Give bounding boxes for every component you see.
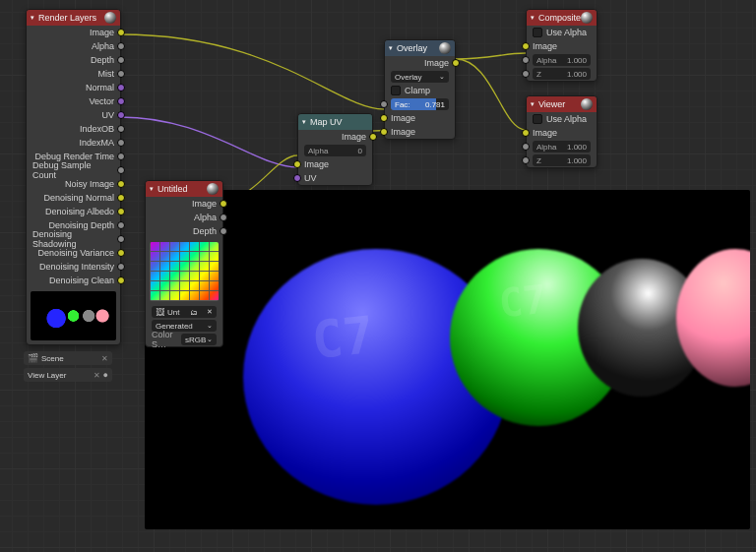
node-composite[interactable]: ▾ Composite Use Alpha Image Alpha1.000 Z…	[526, 9, 598, 82]
collapse-icon[interactable]: ▾	[302, 118, 306, 126]
socket-denoising-shadowing: Denoising Shadowing	[27, 232, 120, 246]
uv-stamp: C7	[497, 276, 549, 327]
use-alpha-checkbox[interactable]: Use Alpha	[527, 26, 597, 39]
node-title: Untitled	[158, 184, 188, 194]
node-title: Map UV	[310, 117, 343, 127]
image-preview	[150, 242, 219, 301]
chevron-down-icon: ⌄	[439, 73, 445, 81]
render-preview	[31, 291, 116, 340]
image-icon: 🖼	[156, 307, 164, 317]
blend-mode-select[interactable]: Overlay⌄	[385, 70, 455, 84]
collapse-icon[interactable]: ▾	[31, 14, 34, 22]
socket-image: Image	[27, 26, 120, 39]
socket-depth: Depth	[27, 53, 120, 67]
socket-uv-in: UV	[298, 171, 372, 185]
node-header[interactable]: ▾ Overlay	[385, 40, 455, 56]
socket-image-in: Image	[527, 126, 597, 140]
preview-sphere-icon	[104, 12, 116, 24]
preview-sphere-icon	[207, 183, 219, 195]
node-header[interactable]: ▾ Render Layers	[27, 10, 120, 26]
socket-denoising-clean: Denoising Clean	[27, 274, 120, 287]
node-map-uv[interactable]: ▾ Map UV Image Alpha0 Image UV	[297, 113, 373, 186]
alpha-slider[interactable]: Alpha0	[298, 144, 372, 157]
socket-denoising-normal: Denoising Normal	[27, 191, 120, 205]
node-header[interactable]: ▾ Composite	[527, 10, 597, 26]
view-layer-selector[interactable]: View Layer ✕ ●	[24, 368, 112, 382]
uv-stamp: C7	[309, 305, 377, 370]
scene-layer-pickers: 🎬 Scene ✕ View Layer ✕ ●	[24, 351, 112, 385]
chevron-down-icon: ⌄	[207, 322, 213, 330]
socket-image-in: Image	[527, 39, 597, 53]
socket-image-out: Image	[298, 130, 372, 144]
socket-alpha: Alpha	[146, 211, 222, 224]
fake-user-icon[interactable]: 🗂	[190, 309, 197, 316]
view-layer-name: View Layer	[28, 371, 66, 380]
socket-vector: Vector	[27, 94, 120, 108]
scene-name: Scene	[41, 354, 64, 363]
node-header[interactable]: ▾ Viewer	[527, 96, 597, 112]
node-header[interactable]: ▾ Untitled	[146, 181, 222, 197]
checkbox-icon[interactable]	[533, 114, 542, 124]
collapse-icon[interactable]: ▾	[150, 185, 154, 193]
checkbox-icon[interactable]	[391, 86, 401, 95]
collapse-icon[interactable]: ▾	[531, 100, 535, 108]
chevron-down-icon: ⌄	[207, 336, 213, 343]
socket-alpha-in[interactable]: Alpha1.000	[527, 140, 597, 153]
pin-icon[interactable]: ●	[103, 370, 108, 380]
socket-image-out: Image	[385, 56, 455, 70]
socket-uv: UV	[27, 108, 120, 122]
socket-denoising-intensity: Denoising Intensity	[27, 260, 120, 274]
checkbox-icon[interactable]	[533, 28, 542, 37]
socket-indexob: IndexOB	[27, 122, 120, 136]
socket-depth: Depth	[146, 224, 222, 238]
clear-scene-icon[interactable]: ✕	[101, 354, 108, 363]
socket-image2-in: Image	[385, 125, 455, 139]
socket-alpha-in[interactable]: Alpha1.000	[527, 53, 597, 67]
clamp-checkbox[interactable]: Clamp	[385, 84, 455, 97]
socket-indexma: IndexMA	[27, 136, 120, 150]
preview-sphere-icon	[581, 12, 593, 24]
socket-image1-in: Image	[385, 111, 455, 125]
socket-z-in[interactable]: Z1.000	[527, 153, 597, 167]
socket-image: Image	[146, 197, 222, 211]
image-datablock[interactable]: 🖼 Unt 🗂 ✕	[146, 305, 222, 319]
unlink-icon[interactable]: ✕	[207, 308, 213, 316]
collapse-icon[interactable]: ▾	[531, 14, 535, 22]
preview-sphere-icon	[581, 98, 593, 110]
socket-denoising-variance: Denoising Variance	[27, 246, 120, 260]
scene-selector[interactable]: 🎬 Scene ✕	[24, 351, 112, 365]
collapse-icon[interactable]: ▾	[389, 44, 393, 52]
clear-layer-icon[interactable]: ✕	[94, 371, 100, 380]
colorspace-label: Color S…	[152, 330, 177, 349]
socket-z-in[interactable]: Z1.000	[527, 67, 597, 81]
socket-image-in: Image	[298, 157, 372, 171]
socket-debug-sample-count: Debug Sample Count	[27, 163, 120, 177]
scene-icon: 🎬	[28, 353, 38, 363]
node-overlay[interactable]: ▾ Overlay Image Overlay⌄ Clamp Fac:0.781…	[384, 39, 456, 140]
use-alpha-checkbox[interactable]: Use Alpha	[527, 112, 597, 126]
node-viewer[interactable]: ▾ Viewer Use Alpha Image Alpha1.000 Z1.0…	[526, 95, 598, 168]
image-colorspace[interactable]: Color S… sRGB⌄	[146, 333, 222, 346]
socket-noisy-image: Noisy Image	[27, 177, 120, 191]
viewer-backdrop: C7 C7	[145, 190, 750, 529]
node-title: Render Layers	[38, 13, 96, 23]
node-title: Composite	[538, 13, 581, 23]
preview-sphere-icon	[439, 42, 451, 54]
node-title: Viewer	[538, 99, 565, 109]
node-image[interactable]: ▾ Untitled Image Alpha Depth 🖼 Unt 🗂 ✕ G…	[145, 180, 223, 347]
socket-mist: Mist	[27, 67, 120, 81]
socket-denoising-albedo: Denoising Albedo	[27, 205, 120, 218]
socket-normal: Normal	[27, 81, 120, 94]
fac-slider[interactable]: Fac:0.781	[385, 97, 455, 111]
socket-alpha: Alpha	[27, 39, 120, 53]
image-name: Unt	[167, 308, 179, 317]
node-title: Overlay	[397, 43, 427, 53]
node-render-layers[interactable]: ▾ Render Layers Image Alpha Depth Mist N…	[26, 9, 121, 345]
node-header[interactable]: ▾ Map UV	[298, 114, 372, 130]
